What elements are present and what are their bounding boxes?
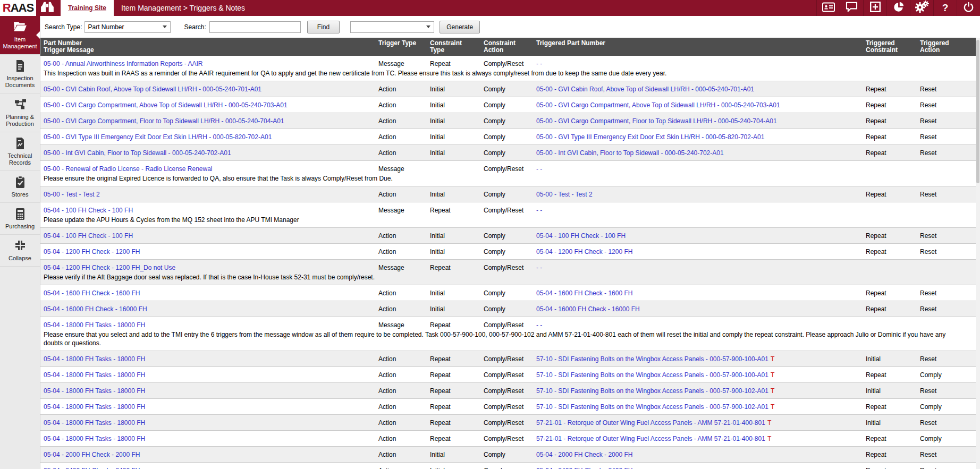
column-header-triggered-part-number[interactable]: Triggered Part Number	[536, 39, 866, 47]
binoculars-button[interactable]	[36, 0, 58, 16]
folder-open-icon	[1, 21, 39, 35]
part-number-link[interactable]: 05-00 - GVI Cabin Roof, Above Top of Sid…	[44, 86, 261, 93]
triggered-part-link[interactable]: 57-10 - SDI Fastening Bolts on the Wingb…	[536, 387, 768, 395]
constraint-action-cell: Comply/Reset	[484, 207, 536, 214]
trigger-type-cell: Action	[378, 289, 430, 297]
triggered-part-link[interactable]: 57-10 - SDI Fastening Bolts on the Wingb…	[536, 355, 768, 363]
part-number-link[interactable]: 05-00 - Annual Airworthiness Information…	[44, 60, 202, 67]
triggered-part-link[interactable]: 05-04 - 16000 FH Check - 16000 FH	[536, 305, 640, 313]
triggered-part-link[interactable]: 57-10 - SDI Fastening Bolts on the Wingb…	[536, 371, 768, 379]
part-number-link[interactable]: 05-04 - 18000 FH Tasks - 18000 FH	[44, 403, 145, 411]
search-type-select[interactable]: Part Number	[85, 21, 171, 33]
generate-select[interactable]	[350, 21, 434, 33]
column-header-triggered-action[interactable]: Triggered Action	[920, 39, 973, 54]
part-number-link[interactable]: 05-04 - 100 FH Check - 100 FH	[44, 207, 133, 214]
part-number-cell: 05-04 - 18000 FH Tasks - 18000 FH	[44, 371, 378, 379]
t-flag: T	[771, 355, 774, 363]
part-number-link[interactable]: 05-04 - 18000 FH Tasks - 18000 FH	[44, 355, 145, 363]
constraint-type-cell: Initial	[430, 248, 484, 255]
triggered-part-cell: 57-10 - SDI Fastening Bolts on the Wingb…	[536, 355, 866, 363]
column-header-trigger-type[interactable]: Trigger Type	[378, 39, 430, 47]
constraint-action-cell: Comply/Reset	[484, 264, 536, 271]
triggered-part-link[interactable]: 57-21-01 - Retorque of Outer Wing Fuel A…	[536, 435, 765, 442]
part-number-cell: 05-00 - GVI Cabin Roof, Above Top of Sid…	[44, 86, 378, 93]
part-number-link[interactable]: 05-00 - GVI Cargo Compartment, Above Top…	[44, 101, 288, 109]
table-row: 05-04 - 18000 FH Tasks - 18000 FH Messag…	[40, 317, 976, 351]
part-number-link[interactable]: 05-00 - GVI Cargo Compartment, Floor to …	[44, 117, 284, 125]
triggered-part-link[interactable]: 05-04 - 100 FH Check - 100 FH	[536, 232, 626, 240]
sidebar-item-item-management[interactable]: Item Management	[0, 16, 40, 55]
triggered-constraint-cell: Repeat	[866, 133, 920, 141]
part-number-link[interactable]: 05-00 - Renewal of Radio License - Radio…	[44, 165, 213, 173]
part-number-link[interactable]: 05-04 - 18000 FH Tasks - 18000 FH	[44, 371, 145, 379]
trigger-type-cell: Action	[378, 435, 430, 442]
column-header-constraint-type[interactable]: Constraint Type	[430, 39, 484, 54]
help-icon: ?	[942, 2, 949, 14]
triggered-part-link[interactable]: - -	[536, 60, 542, 67]
generate-button[interactable]: Generate	[440, 21, 480, 33]
triggered-constraint-cell: Repeat	[866, 305, 920, 313]
column-header-constraint-action[interactable]: Constraint Action	[484, 39, 536, 54]
pie-chart-button[interactable]	[886, 0, 910, 16]
part-number-link[interactable]: 05-04 - 18000 FH Tasks - 18000 FH	[44, 387, 145, 395]
triggered-part-link[interactable]: 05-00 - GVI Cargo Compartment, Floor to …	[536, 117, 777, 125]
triggered-part-link[interactable]: 05-00 - GVI Type III Emergency Exit Door…	[536, 133, 764, 141]
sidebar-item-inspection-documents[interactable]: Inspection Documents	[0, 55, 40, 93]
triggered-part-link[interactable]: - -	[536, 264, 542, 271]
part-number-link[interactable]: 05-04 - 2000 FH Check - 2000 FH	[44, 451, 140, 458]
part-number-link[interactable]: 05-04 - 18000 FH Tasks - 18000 FH	[44, 419, 145, 427]
vertical-scrollbar[interactable]	[976, 38, 980, 469]
sidebar-collapse-button[interactable]: Collapse	[0, 235, 40, 267]
part-number-link[interactable]: 05-04 - 1600 FH Check - 1600 FH	[44, 289, 140, 297]
help-button[interactable]: ?	[933, 0, 957, 16]
add-window-button[interactable]	[863, 0, 886, 16]
settings-button[interactable]	[910, 0, 933, 16]
triggered-part-link[interactable]: 05-04 - 1600 FH Check - 1600 FH	[536, 289, 632, 297]
sidebar-item-technical-records[interactable]: Technical Records	[0, 132, 40, 171]
part-number-link[interactable]: 05-04 - 1200 FH Check - 1200 FH_Do not U…	[44, 264, 175, 271]
part-number-link[interactable]: 05-04 - 2400 FH Check - 2400 FH	[44, 467, 140, 469]
triggered-part-link[interactable]: 05-00 - Test - Test 2	[536, 191, 593, 198]
find-button[interactable]: Find	[307, 21, 340, 33]
part-number-link[interactable]: 05-04 - 100 FH Check - 100 FH	[44, 232, 133, 240]
scrollbar-thumb[interactable]	[976, 40, 979, 183]
constraint-type-cell: Repeat	[430, 321, 484, 329]
part-number-cell: 05-04 - 16000 FH Check - 16000 FH	[44, 305, 378, 313]
triggered-part-link[interactable]: 05-04 - 2000 FH Check - 2000 FH	[536, 451, 632, 458]
part-number-link[interactable]: 05-00 - GVI Type III Emergency Exit Door…	[44, 133, 272, 141]
tab-training-site[interactable]: Training Site	[61, 0, 114, 16]
column-header-part-number[interactable]: Part Number Trigger Message	[44, 39, 378, 54]
table-body: 05-00 - Annual Airworthiness Information…	[40, 56, 976, 469]
part-number-cell: 05-04 - 1600 FH Check - 1600 FH	[44, 289, 378, 297]
triggered-part-link[interactable]: 57-21-01 - Retorque of Outer Wing Fuel A…	[536, 419, 765, 427]
part-number-link[interactable]: 05-04 - 1200 FH Check - 1200 FH	[44, 248, 140, 255]
triggered-part-link[interactable]: 05-04 - 1200 FH Check - 1200 FH	[536, 248, 632, 255]
triggered-part-link[interactable]: 05-00 - GVI Cargo Compartment, Above Top…	[536, 101, 780, 109]
id-card-button[interactable]	[816, 0, 840, 16]
sidebar-item-stores[interactable]: Stores	[0, 171, 40, 203]
app-logo[interactable]: RAAS	[0, 0, 36, 16]
chat-button[interactable]	[840, 0, 863, 16]
constraint-action-cell: Comply/Reset	[484, 387, 536, 395]
triggered-part-link[interactable]: 05-00 - Int GVI Cabin, Floor to Top Side…	[536, 149, 724, 157]
triggered-constraint-cell: Repeat	[866, 451, 920, 458]
part-number-link[interactable]: 05-00 - Int GVI Cabin, Floor to Top Side…	[44, 149, 231, 157]
constraint-type-cell: Initial	[430, 232, 484, 240]
column-header-triggered-constraint[interactable]: Triggered Constraint	[866, 39, 920, 54]
sidebar-item-purchasing[interactable]: Purchasing	[0, 203, 40, 235]
triggered-part-link[interactable]: - -	[536, 321, 542, 329]
part-number-link[interactable]: 05-04 - 16000 FH Check - 16000 FH	[44, 305, 147, 313]
triggered-part-link[interactable]: 57-10 - SDI Fastening Bolts on the Wingb…	[536, 403, 768, 411]
triggered-part-link[interactable]: 05-00 - GVI Cabin Roof, Above Top of Sid…	[536, 86, 754, 93]
triggered-part-link[interactable]: - -	[536, 165, 542, 173]
logout-button[interactable]	[957, 0, 980, 16]
part-number-link[interactable]: 05-04 - 18000 FH Tasks - 18000 FH	[44, 435, 145, 442]
part-number-link[interactable]: 05-04 - 18000 FH Tasks - 18000 FH	[44, 321, 145, 329]
triggered-part-link[interactable]: - -	[536, 207, 542, 214]
part-number-link[interactable]: 05-00 - Test - Test 2	[44, 191, 100, 198]
triggered-constraint-cell: Repeat	[866, 467, 920, 469]
triggered-part-link[interactable]: 05-04 - 2400 FH Check - 2400 FH	[536, 467, 632, 469]
inspection-document-icon	[1, 59, 39, 73]
sidebar-item-planning-production[interactable]: Planning & Production	[0, 93, 40, 132]
search-input[interactable]	[209, 21, 301, 33]
